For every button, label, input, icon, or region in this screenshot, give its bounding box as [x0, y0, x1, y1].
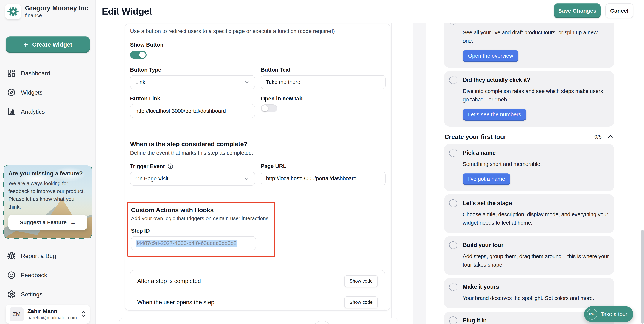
button-type-label: Button Type — [130, 67, 255, 73]
toggle-knob — [262, 105, 268, 112]
sidebar-item-label: Feedback — [21, 272, 47, 279]
section-divider — [130, 198, 385, 198]
hooks-list: After a step is completed Show code When… — [130, 270, 385, 311]
hook-row-after-complete: After a step is completed Show code — [130, 271, 384, 292]
button-text-label: Button Text — [261, 67, 386, 73]
checklist-step-build-tour: Build your tour Add steps, group them, d… — [444, 236, 614, 275]
panel-edge-line — [435, 23, 435, 324]
company-logo — [5, 4, 21, 19]
app-root: Gregory Mooney Inc finance + Create Widg… — [0, 0, 644, 324]
trigger-event-label: Trigger Event — [130, 163, 255, 169]
checklist-step-set-stage: Let’s set the stage Choose a title, desc… — [444, 194, 614, 233]
bar-chart-icon — [7, 107, 16, 116]
workspace-name: finance — [25, 12, 88, 18]
chevron-updown-icon — [80, 310, 87, 319]
step-id-label: Step ID — [131, 228, 271, 234]
checklist-card-desc: See all your live and draft product tour… — [463, 28, 609, 45]
vertical-scrollbar-thumb[interactable] — [642, 230, 644, 324]
step-radio[interactable] — [449, 241, 457, 249]
button-text-input[interactable] — [261, 75, 386, 89]
button-link-label: Button Link — [130, 96, 255, 102]
hooks-heading: Custom Actions with Hooks — [131, 206, 271, 214]
plus-icon: + — [23, 40, 28, 49]
user-menu[interactable]: ZM Zahir Mann pareha@mailinator.com — [6, 305, 90, 324]
complete-section-heading: When is the step considered complete? — [130, 140, 385, 148]
open-overview-button[interactable]: Open the overview — [463, 50, 518, 62]
sidebar-bottom-nav: Report a Bug Feedback Settings — [0, 249, 95, 306]
step-radio[interactable] — [449, 76, 457, 84]
step-id-input[interactable]: f4487c9d-2027-4330-b4f8-63aeec0eb3b2 — [131, 236, 256, 250]
checklist-section-title: Create your first tour — [444, 133, 594, 140]
feature-promo-card: Are you missing a feature? We are always… — [3, 165, 92, 239]
chevron-down-icon — [244, 79, 250, 85]
sidebar-item-report-bug[interactable]: Report a Bug — [0, 249, 95, 263]
sidebar-item-label: Settings — [21, 291, 42, 298]
page-title: Edit Widget — [102, 6, 152, 17]
checklist-card-desc: Dive into completion rates and see which… — [463, 87, 609, 104]
checklist-step-title: Plug it in — [463, 317, 487, 324]
scroll-gutter — [413, 23, 426, 324]
section-divider — [130, 131, 385, 131]
see-numbers-button[interactable]: Let’s see the numbers — [463, 109, 526, 121]
show-code-button[interactable]: Show code — [344, 275, 378, 287]
workspace-switcher[interactable]: Gregory Mooney Inc finance — [0, 0, 95, 23]
sidebar-item-widgets[interactable]: Widgets — [0, 85, 95, 100]
step-radio[interactable] — [449, 149, 457, 157]
sidebar-item-analytics[interactable]: Analytics — [0, 104, 95, 119]
checklist-step-desc: Choose a title, description, display mod… — [463, 210, 609, 227]
step-id-value: f4487c9d-2027-4330-b4f8-63aeec0eb3b2 — [136, 240, 237, 247]
star-compass-icon — [6, 5, 20, 18]
button-type-select[interactable]: Link — [130, 75, 255, 89]
scroll-affordance-button[interactable] — [313, 321, 332, 324]
button-link-input[interactable] — [130, 104, 255, 118]
sidebar-item-label: Dashboard — [21, 70, 50, 77]
cancel-button[interactable]: Cancel — [605, 3, 633, 18]
feature-card-title: Are you missing a feature? — [8, 170, 87, 177]
complete-section-sub: Define the event that marks this step as… — [130, 150, 385, 156]
chevron-up-icon — [607, 133, 614, 140]
page-url-input[interactable] — [261, 171, 386, 185]
save-button[interactable]: Save Changes — [554, 3, 600, 18]
checklist-step-title: Build your tour — [463, 242, 504, 249]
bug-icon — [7, 252, 16, 260]
gear-icon — [7, 290, 16, 299]
dashboard-icon — [7, 69, 16, 78]
take-a-tour-button[interactable]: 0% Take a tour — [584, 306, 633, 322]
tour-progress-badge: 0% — [586, 309, 597, 320]
open-new-tab-label: Open in new tab — [261, 96, 386, 102]
panel-edge-line — [398, 23, 398, 324]
sidebar-nav: Dashboard Widgets Analytics — [0, 66, 95, 119]
onboarding-checklist-panel: See all your live and draft product tour… — [444, 16, 614, 324]
feature-card-body: We are always looking for feedback to im… — [8, 179, 87, 211]
got-a-name-button[interactable]: I’ve got a name — [463, 173, 510, 185]
checklist-step-desc: Add steps, group them, drag them around … — [463, 252, 609, 269]
take-a-tour-label: Take a tour — [601, 311, 628, 317]
button-type-value: Link — [135, 79, 145, 85]
compass-icon — [7, 88, 16, 97]
hook-row-label: When the user opens the step — [137, 299, 214, 306]
checklist-step-make-it-yours: Make it yours Your brand deserves the sp… — [444, 278, 614, 308]
step-radio[interactable] — [449, 316, 457, 324]
custom-actions-highlight-box: Custom Actions with Hooks Add your own l… — [127, 202, 275, 257]
info-icon[interactable] — [167, 163, 174, 169]
sidebar-item-settings[interactable]: Settings — [0, 287, 95, 302]
sidebar-item-label: Report a Bug — [21, 253, 56, 260]
edit-widget-form-card: Use a button to redirect users to a spec… — [125, 24, 390, 311]
hooks-sub: Add your own logic that triggers on cert… — [131, 215, 271, 221]
collapse-section-button[interactable] — [607, 133, 614, 141]
suggest-feature-button[interactable]: Suggest a Feature → — [8, 215, 87, 230]
trigger-event-select[interactable]: On Page Visit — [130, 172, 255, 186]
user-email: pareha@mailinator.com — [28, 315, 77, 321]
sidebar-item-dashboard[interactable]: Dashboard — [0, 66, 95, 81]
create-widget-button[interactable]: + Create Widget — [6, 36, 90, 53]
open-new-tab-toggle[interactable] — [261, 104, 277, 112]
show-button-label: Show Button — [130, 42, 385, 48]
arrow-right-icon: → — [70, 219, 76, 226]
sidebar-item-feedback[interactable]: Feedback — [0, 268, 95, 283]
show-button-toggle[interactable] — [130, 51, 146, 59]
next-card-peek — [119, 318, 398, 324]
step-radio[interactable] — [449, 199, 457, 207]
step-radio[interactable] — [449, 283, 457, 291]
show-code-button[interactable]: Show code — [344, 296, 378, 308]
checklist-section-header: Create your first tour 0/5 — [444, 133, 614, 141]
